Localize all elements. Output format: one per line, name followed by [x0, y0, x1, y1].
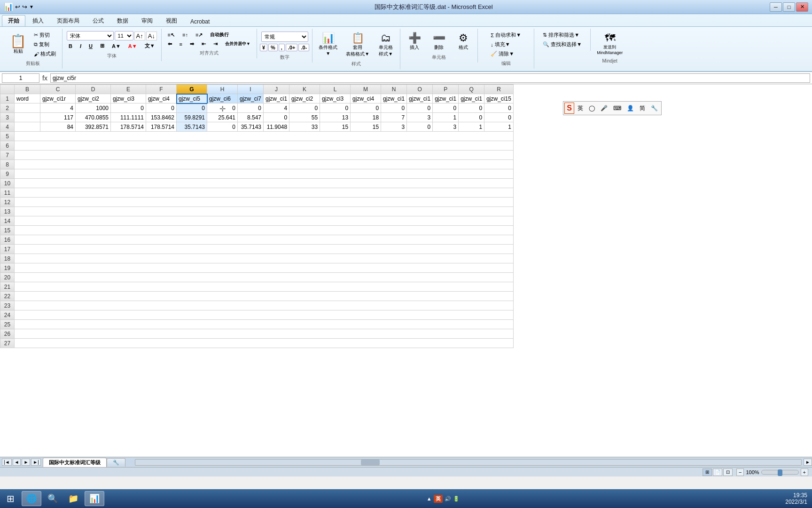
cell-i2[interactable]: 0	[238, 103, 264, 113]
page-break-view-button[interactable]: ⊡	[723, 468, 733, 476]
cell-i4[interactable]: 35.7143	[238, 122, 264, 132]
fill-button[interactable]: ↓ 填充▼	[487, 40, 524, 49]
underline-button[interactable]: U	[86, 42, 96, 50]
col-header-f[interactable]: F	[146, 85, 177, 94]
cell-p4[interactable]: 3	[433, 122, 459, 132]
tab-insert[interactable]: 插入	[26, 15, 50, 26]
col-header-e[interactable]: E	[111, 85, 146, 94]
ime-punctuation-button[interactable]: ◯	[586, 103, 597, 113]
cell-p3[interactable]: 1	[433, 113, 459, 122]
cell-l4[interactable]: 15	[320, 122, 351, 132]
cell-l3[interactable]: 13	[320, 113, 351, 122]
cell-d4[interactable]: 392.8571	[76, 122, 111, 132]
cell-e3[interactable]: 111.1111	[111, 113, 146, 122]
special-format-button[interactable]: 文▼	[141, 41, 158, 50]
tray-arrow-icon[interactable]: ▲	[427, 496, 432, 501]
col-header-o[interactable]: O	[407, 85, 433, 94]
cell-b4[interactable]	[15, 122, 40, 132]
cell-e4[interactable]: 178.5714	[111, 122, 146, 132]
cell-o1[interactable]: gjzw_ci1	[407, 94, 433, 103]
percent-button[interactable]: %	[268, 44, 278, 51]
cell-l2[interactable]: 0	[320, 103, 351, 113]
col-header-i[interactable]: I	[238, 85, 264, 94]
cell-j1[interactable]: gjzw_ci1	[264, 94, 289, 103]
autosum-button[interactable]: Σ 自动求和▼	[487, 31, 524, 40]
cell-d2[interactable]: 1000	[76, 103, 111, 113]
sheet-nav-next[interactable]: ►	[22, 459, 30, 466]
cell-q3[interactable]: 0	[459, 113, 484, 122]
normal-view-button[interactable]: ⊞	[703, 468, 712, 476]
cell-r2[interactable]: 0	[484, 103, 514, 113]
cell-m4[interactable]: 15	[351, 122, 381, 132]
cell-g3[interactable]: 59.8291	[177, 113, 207, 122]
mindmanager-button[interactable]: 🗺 发送到MindManager	[593, 31, 626, 56]
tab-data[interactable]: 数据	[111, 15, 134, 26]
align-top-left-button[interactable]: ≡↖	[164, 31, 178, 39]
decrease-decimal-button[interactable]: .0-	[298, 44, 309, 51]
col-header-r[interactable]: R	[484, 85, 514, 94]
ime-voice-button[interactable]: 🎤	[598, 103, 610, 113]
number-format-select[interactable]: 常规	[261, 32, 308, 42]
cell-f3[interactable]: 153.8462	[146, 113, 177, 122]
col-header-n[interactable]: N	[381, 85, 407, 94]
col-header-p[interactable]: P	[433, 85, 459, 94]
col-header-h[interactable]: H	[207, 85, 238, 94]
cell-n1[interactable]: gjzw_ci1	[381, 94, 407, 103]
sheet-nav-first[interactable]: |◄	[2, 459, 12, 466]
cell-q2[interactable]: 0	[459, 103, 484, 113]
col-header-d[interactable]: D	[76, 85, 111, 94]
cell-m3[interactable]: 18	[351, 113, 381, 122]
taskbar-excel-button[interactable]: 📊	[85, 491, 104, 506]
cell-q4[interactable]: 1	[459, 122, 484, 132]
cell-m2[interactable]: 0	[351, 103, 381, 113]
bold-button[interactable]: B	[65, 42, 76, 50]
tab-review[interactable]: 审阅	[135, 15, 159, 26]
col-header-q[interactable]: Q	[459, 85, 484, 94]
quick-access-redo[interactable]: ↪	[22, 3, 27, 10]
ime-user-button[interactable]: 👤	[625, 103, 636, 113]
cell-e2[interactable]: 0	[111, 103, 146, 113]
cell-l1[interactable]: gjzw_ci3	[320, 94, 351, 103]
decrease-indent-button[interactable]: ⇤	[198, 40, 209, 48]
scroll-right-btn[interactable]: ►	[804, 459, 812, 466]
minimize-button[interactable]: ─	[770, 2, 782, 12]
font-family-select[interactable]: 宋体	[67, 31, 114, 40]
cell-c3[interactable]: 117	[40, 113, 76, 122]
format-painter-button[interactable]: 🖌 格式刷	[31, 49, 59, 58]
cell-k3[interactable]: 55	[289, 113, 320, 122]
cell-c4[interactable]: 84	[40, 122, 76, 132]
sheet-nav-last[interactable]: ►|	[31, 459, 41, 466]
tab-view[interactable]: 视图	[160, 15, 183, 26]
cell-c1[interactable]: gjzw_ci1r	[40, 94, 76, 103]
cell-d3[interactable]: 470.0855	[76, 113, 111, 122]
ime-settings-button[interactable]: 🔧	[648, 103, 660, 113]
col-header-j[interactable]: J	[264, 85, 289, 94]
cell-j2[interactable]: 4	[264, 103, 289, 113]
delete-cells-button[interactable]: ➖ 删除	[428, 31, 450, 52]
cell-g2[interactable]: 0	[177, 103, 207, 113]
cell-g4[interactable]: 35.7143	[177, 122, 207, 132]
cell-h1[interactable]: gjzw_ci6	[207, 94, 238, 103]
page-layout-view-button[interactable]: 📄	[713, 468, 722, 476]
tab-acrobat[interactable]: Acrobat	[184, 16, 216, 26]
border-button[interactable]: ⊞	[97, 42, 108, 50]
increase-indent-button[interactable]: ⇥	[210, 40, 221, 48]
cell-h2[interactable]: 0 ✛	[207, 103, 238, 113]
sheet-nav-prev[interactable]: ◄	[13, 459, 21, 466]
sort-filter-button[interactable]: ⇅ 排序和筛选▼	[539, 31, 585, 40]
taskbar-sogou-button[interactable]: 🔍	[43, 491, 62, 506]
merge-center-button[interactable]: 合并并居中▼	[222, 40, 254, 48]
cell-o2[interactable]: 0	[407, 103, 433, 113]
tab-start[interactable]: 开始	[2, 15, 25, 26]
col-header-b[interactable]: B	[15, 85, 40, 94]
taskbar-folder-button[interactable]: 📁	[64, 491, 83, 506]
format-cells-button[interactable]: ⚙ 格式	[452, 31, 475, 52]
comma-button[interactable]: ,	[279, 44, 285, 51]
col-header-g[interactable]: G	[177, 85, 207, 94]
find-select-button[interactable]: 🔍 查找和选择▼	[539, 40, 585, 49]
cell-i3[interactable]: 8.547	[238, 113, 264, 122]
zoom-slider[interactable]	[761, 470, 799, 475]
cell-f2[interactable]: 0	[146, 103, 177, 113]
cell-reference-input[interactable]	[2, 73, 39, 83]
horizontal-scrollbar[interactable]	[135, 459, 802, 466]
